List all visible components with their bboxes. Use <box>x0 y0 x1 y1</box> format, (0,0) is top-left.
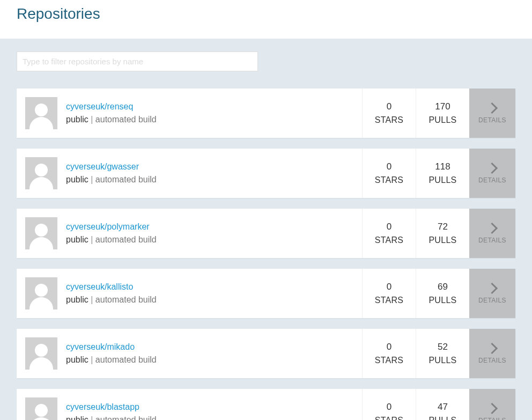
filter-input[interactable] <box>17 51 258 71</box>
repo-info: cyverseuk/gwasser public | automated bui… <box>66 162 157 185</box>
details-button[interactable]: DETAILS <box>469 149 515 198</box>
repo-name-link[interactable]: cyverseuk/gwasser <box>66 162 157 172</box>
details-label: DETAILS <box>478 116 506 124</box>
pulls-count: 72 <box>438 222 448 232</box>
repo-main: cyverseuk/gwasser public | automated bui… <box>17 149 362 198</box>
repo-info: cyverseuk/polymarker public | automated … <box>66 222 157 245</box>
repo-main: cyverseuk/blastapp public | automated bu… <box>17 389 362 420</box>
details-label: DETAILS <box>478 237 506 244</box>
repo-name-link[interactable]: cyverseuk/mikado <box>66 342 157 352</box>
details-button[interactable]: DETAILS <box>469 329 515 378</box>
repo-info: cyverseuk/blastapp public | automated bu… <box>66 402 157 420</box>
repo-card: cyverseuk/kallisto public | automated bu… <box>17 269 515 318</box>
avatar <box>25 157 57 189</box>
pulls-label: PULLS <box>428 356 456 365</box>
repo-list: cyverseuk/renseq public | automated buil… <box>17 89 515 420</box>
avatar <box>25 277 57 310</box>
details-button[interactable]: DETAILS <box>469 269 515 318</box>
pulls-count: 52 <box>438 342 448 352</box>
repo-meta: public | automated build <box>66 175 157 185</box>
meta-separator: | <box>88 415 95 420</box>
details-button[interactable]: DETAILS <box>469 389 515 420</box>
repo-info: cyverseuk/kallisto public | automated bu… <box>66 282 157 305</box>
repo-visibility: public <box>66 355 88 364</box>
pulls-cell: 47 PULLS <box>416 389 469 420</box>
avatar <box>25 217 57 249</box>
chevron-right-icon <box>489 102 496 113</box>
pulls-label: PULLS <box>428 175 456 185</box>
repo-card: cyverseuk/gwasser public | automated bui… <box>17 149 515 198</box>
repo-info: cyverseuk/mikado public | automated buil… <box>66 342 157 365</box>
repo-visibility: public <box>66 295 88 304</box>
pulls-cell: 118 PULLS <box>416 149 469 198</box>
stars-count: 0 <box>387 101 391 112</box>
repo-name-link[interactable]: cyverseuk/blastapp <box>66 402 157 412</box>
stars-count: 0 <box>387 282 391 292</box>
stars-cell: 0 STARS <box>362 209 416 258</box>
repo-main: cyverseuk/polymarker public | automated … <box>17 209 362 258</box>
page-title: Repositories <box>17 5 515 23</box>
stars-label: STARS <box>375 416 404 420</box>
repo-build-type: automated build <box>95 235 157 244</box>
repo-main: cyverseuk/mikado public | automated buil… <box>17 329 362 378</box>
pulls-cell: 72 PULLS <box>416 209 469 258</box>
pulls-count: 69 <box>438 282 448 292</box>
pulls-label: PULLS <box>428 235 456 245</box>
pulls-cell: 170 PULLS <box>416 89 469 138</box>
header: Repositories <box>0 0 532 39</box>
details-button[interactable]: DETAILS <box>469 89 515 138</box>
stars-label: STARS <box>375 115 404 125</box>
repo-name-link[interactable]: cyverseuk/polymarker <box>66 222 157 232</box>
stars-cell: 0 STARS <box>362 269 416 318</box>
repo-meta: public | automated build <box>66 235 157 245</box>
filter-container <box>17 51 515 71</box>
details-button[interactable]: DETAILS <box>469 209 515 258</box>
repo-card: cyverseuk/renseq public | automated buil… <box>17 89 515 138</box>
repo-build-type: automated build <box>95 295 157 304</box>
pulls-label: PULLS <box>428 416 456 420</box>
stars-cell: 0 STARS <box>362 389 416 420</box>
repo-build-type: automated build <box>95 355 157 364</box>
meta-separator: | <box>88 235 95 244</box>
details-label: DETAILS <box>478 176 506 184</box>
stars-count: 0 <box>387 402 391 412</box>
repo-meta: public | automated build <box>66 415 157 420</box>
repo-main: cyverseuk/renseq public | automated buil… <box>17 89 362 138</box>
stars-label: STARS <box>375 175 404 185</box>
stars-cell: 0 STARS <box>362 149 416 198</box>
pulls-cell: 52 PULLS <box>416 329 469 378</box>
pulls-label: PULLS <box>428 115 456 125</box>
avatar <box>25 97 57 129</box>
stars-label: STARS <box>375 356 404 365</box>
repo-build-type: automated build <box>95 175 157 184</box>
repo-build-type: automated build <box>95 115 157 124</box>
details-label: DETAILS <box>478 297 506 304</box>
meta-separator: | <box>88 175 95 184</box>
stars-count: 0 <box>387 222 391 232</box>
stars-cell: 0 STARS <box>362 329 416 378</box>
repo-meta: public | automated build <box>66 295 157 305</box>
repo-name-link[interactable]: cyverseuk/renseq <box>66 102 157 112</box>
repo-name-link[interactable]: cyverseuk/kallisto <box>66 282 157 292</box>
repo-visibility: public <box>66 235 88 244</box>
repo-meta: public | automated build <box>66 355 157 365</box>
pulls-count: 170 <box>435 101 450 112</box>
repo-visibility: public <box>66 175 88 184</box>
repo-meta: public | automated build <box>66 115 157 124</box>
chevron-right-icon <box>489 283 496 293</box>
pulls-label: PULLS <box>428 296 456 305</box>
chevron-right-icon <box>489 403 496 414</box>
chevron-right-icon <box>489 343 496 353</box>
repo-card: cyverseuk/polymarker public | automated … <box>17 209 515 258</box>
stars-count: 0 <box>387 342 391 352</box>
repo-card: cyverseuk/mikado public | automated buil… <box>17 329 515 378</box>
avatar <box>25 337 57 370</box>
repo-card: cyverseuk/blastapp public | automated bu… <box>17 389 515 420</box>
details-label: DETAILS <box>478 357 506 364</box>
pulls-count: 118 <box>435 161 450 172</box>
meta-separator: | <box>88 115 95 124</box>
repo-info: cyverseuk/renseq public | automated buil… <box>66 102 157 124</box>
repo-build-type: automated build <box>95 415 157 420</box>
meta-separator: | <box>88 355 95 364</box>
pulls-count: 47 <box>438 402 448 412</box>
